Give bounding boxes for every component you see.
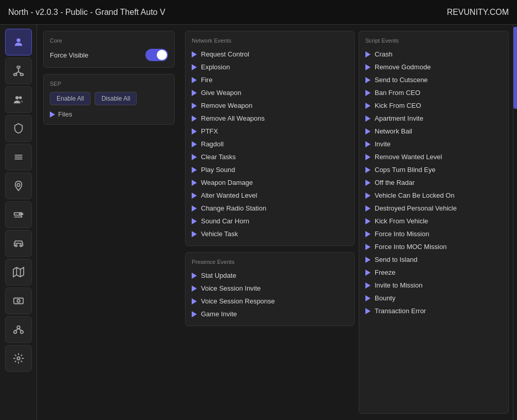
event-play-icon (365, 282, 371, 289)
svg-point-7 (15, 96, 19, 99)
presence-event-item[interactable]: Voice Session Invite (192, 283, 348, 294)
network-event-item[interactable]: Fire (192, 74, 348, 85)
scrollbar-track[interactable] (513, 25, 517, 420)
files-label: Files (58, 110, 72, 118)
disable-all-button[interactable]: Disable All (95, 92, 137, 105)
presence-event-item[interactable]: Game Invite (192, 309, 348, 319)
network-event-item[interactable]: Explosion (192, 62, 348, 72)
svg-point-0 (16, 39, 20, 42)
sidebar-item-player[interactable] (5, 29, 32, 55)
sidebar-item-map[interactable] (5, 259, 32, 285)
event-label: Remove All Weapons (201, 114, 265, 122)
script-event-item[interactable]: Network Bail (365, 126, 502, 137)
files-row[interactable]: Files (50, 110, 168, 118)
sidebar-item-money[interactable] (5, 288, 32, 314)
event-play-icon (365, 128, 371, 135)
script-events-title: Script Events (365, 37, 502, 44)
script-event-item[interactable]: Force Into Mission (365, 228, 502, 239)
sep-buttons: Enable All Disable All (50, 92, 168, 105)
sidebar-item-vehicle[interactable] (5, 230, 32, 257)
script-event-item[interactable]: Invite to Mission (365, 280, 502, 291)
scrollbar-thumb[interactable] (513, 27, 517, 109)
sidebar-item-weapon[interactable] (5, 201, 32, 228)
script-event-item[interactable]: Kick From Vehicle (365, 216, 502, 226)
event-label: Kick From Vehicle (375, 217, 428, 225)
event-play-icon (192, 273, 197, 279)
network-event-item[interactable]: Remove Weapon (192, 100, 348, 111)
network-event-item[interactable]: Play Sound (192, 164, 348, 175)
svg-marker-17 (13, 268, 23, 277)
script-event-item[interactable]: Send to Island (365, 254, 502, 265)
svg-line-25 (15, 329, 18, 331)
event-play-icon (192, 231, 197, 237)
sidebar-item-tools[interactable] (5, 144, 32, 170)
script-event-item[interactable]: Crash (365, 49, 502, 60)
script-event-item[interactable]: Send to Cutscene (365, 74, 502, 85)
presence-events-panel: Presence Events Stat UpdateVoice Session… (185, 252, 355, 326)
event-label: Network Bail (375, 127, 412, 135)
sidebar-item-shield[interactable] (5, 115, 32, 142)
network-event-item[interactable]: Change Radio Station (192, 203, 348, 214)
event-label: Remove Godmode (375, 63, 431, 71)
event-play-icon (365, 116, 371, 122)
network-event-item[interactable]: PTFX (192, 126, 348, 137)
script-event-item[interactable]: Off the Radar (365, 177, 502, 188)
sidebar-item-group[interactable] (5, 86, 32, 113)
script-event-item[interactable]: Ban From CEO (365, 87, 502, 98)
script-event-item[interactable]: Freeze (365, 267, 502, 278)
script-events-panel: Script Events CrashRemove GodmodeSend to… (359, 31, 509, 414)
script-event-item[interactable]: Remove Godmode (365, 62, 502, 72)
network-event-item[interactable]: Alter Wanted Level (192, 190, 348, 201)
event-play-icon (365, 90, 371, 96)
sidebar-item-org[interactable] (5, 316, 32, 343)
script-event-item[interactable]: Apartment Invite (365, 113, 502, 124)
titlebar-brand: REVUNITY.COM (447, 8, 509, 17)
svg-point-16 (20, 245, 22, 247)
svg-point-24 (20, 331, 23, 334)
event-label: Destroyed Personal Vehicle (375, 204, 457, 212)
enable-all-button[interactable]: Enable All (50, 92, 90, 105)
event-play-icon (192, 180, 197, 186)
sidebar-item-settings[interactable] (5, 345, 32, 372)
script-event-item[interactable]: Transaction Error (365, 306, 502, 316)
script-event-item[interactable]: Remove Wanted Level (365, 151, 502, 162)
network-event-item[interactable]: Give Weapon (192, 87, 348, 98)
network-event-item[interactable]: Vehicle Task (192, 228, 348, 239)
script-event-item[interactable]: Force Into MOC Mission (365, 241, 502, 252)
svg-point-22 (17, 326, 20, 329)
script-event-item[interactable]: Destroyed Personal Vehicle (365, 203, 502, 214)
network-event-item[interactable]: Request Control (192, 49, 348, 60)
event-label: Voice Session Response (201, 297, 275, 305)
svg-rect-14 (21, 214, 23, 215)
event-label: Send to Cutscene (375, 76, 428, 84)
svg-point-21 (17, 299, 20, 302)
network-event-item[interactable]: Sound Car Horn (192, 216, 348, 226)
event-label: Invite to Mission (375, 281, 422, 289)
presence-event-item[interactable]: Voice Session Response (192, 296, 348, 307)
event-label: Force Into Mission (375, 230, 429, 238)
script-event-item[interactable]: Bounty (365, 293, 502, 303)
event-label: Remove Wanted Level (375, 153, 442, 161)
sidebar-item-location[interactable] (5, 173, 32, 199)
script-event-item[interactable]: Kick From CEO (365, 100, 502, 111)
presence-event-item[interactable]: Stat Update (192, 270, 348, 281)
network-event-item[interactable]: Remove All Weapons (192, 113, 348, 124)
event-play-icon (365, 308, 371, 314)
event-label: Request Control (201, 50, 249, 58)
sidebar-item-network[interactable] (5, 58, 32, 84)
network-event-item[interactable]: Clear Tasks (192, 151, 348, 162)
network-event-item[interactable]: Ragdoll (192, 139, 348, 149)
script-event-item[interactable]: Cops Turn Blind Eye (365, 164, 502, 175)
network-event-item[interactable]: Weapon Damage (192, 177, 348, 188)
svg-point-8 (19, 97, 21, 100)
force-visible-toggle[interactable] (145, 49, 168, 61)
event-label: Clear Tasks (201, 153, 236, 161)
event-play-icon (365, 64, 371, 70)
event-label: Ban From CEO (375, 89, 420, 97)
script-event-item[interactable]: Vehicle Can Be Locked On (365, 190, 502, 201)
event-play-icon (192, 311, 197, 317)
script-event-item[interactable]: Invite (365, 139, 502, 149)
event-label: PTFX (201, 127, 218, 135)
svg-point-23 (13, 331, 16, 334)
network-events-list: Request ControlExplosionFireGive WeaponR… (192, 49, 348, 239)
